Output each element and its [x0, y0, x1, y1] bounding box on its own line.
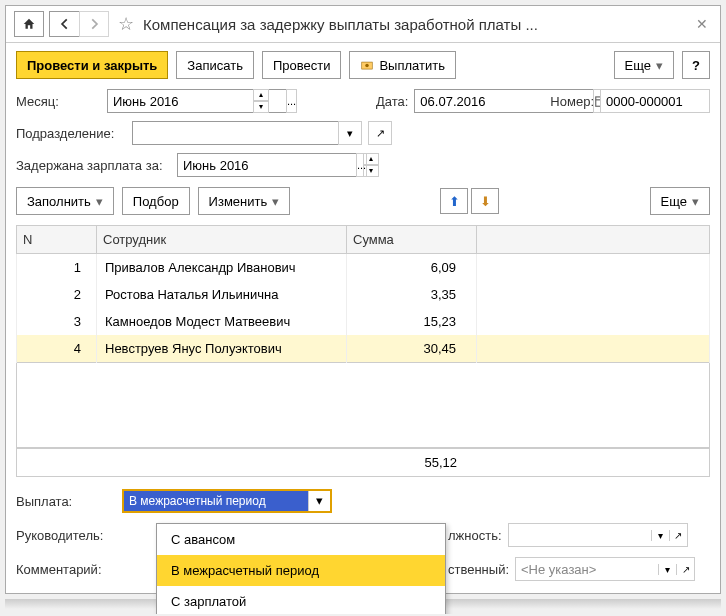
division-label: Подразделение:: [16, 126, 126, 141]
move-down-button[interactable]: ⬇: [471, 188, 499, 214]
table-more-button[interactable]: Еще: [650, 187, 710, 215]
responsible-label: ственный:: [448, 562, 509, 577]
svg-point-1: [366, 64, 370, 68]
division-dropdown[interactable]: ▾: [338, 121, 362, 145]
open-icon[interactable]: ↗: [669, 530, 687, 541]
open-icon[interactable]: ↗: [676, 564, 694, 575]
division-input[interactable]: [132, 121, 338, 145]
month-up[interactable]: ▴: [253, 89, 269, 101]
more-button[interactable]: Еще: [614, 51, 674, 79]
col-n[interactable]: N: [17, 226, 97, 254]
table-empty-area[interactable]: [16, 363, 710, 448]
payment-label: Выплата:: [16, 494, 116, 509]
position-input[interactable]: ▾ ↗: [508, 523, 688, 547]
month-down[interactable]: ▾: [253, 101, 269, 113]
total-value: 55,12: [347, 455, 477, 470]
payment-option-salary[interactable]: С зарплатой: [157, 586, 445, 614]
position-label: лжность:: [448, 528, 502, 543]
back-button[interactable]: [49, 11, 79, 37]
arrow-right-icon: [87, 17, 101, 31]
col-sum[interactable]: Сумма: [347, 226, 477, 254]
table-row[interactable]: 1 Привалов Александр Иванович 6,09: [17, 254, 710, 282]
payment-menu: С авансом В межрасчетный период С зарпла…: [156, 523, 446, 614]
favorite-icon[interactable]: ☆: [114, 13, 138, 35]
page-title: Компенсация за задержку выплаты заработн…: [143, 16, 687, 33]
delayed-down[interactable]: ▾: [363, 165, 379, 177]
month-picker-button[interactable]: ...: [286, 89, 297, 113]
number-label: Номер:: [550, 94, 594, 109]
help-button[interactable]: ?: [682, 51, 710, 79]
post-button[interactable]: Провести: [262, 51, 342, 79]
save-button[interactable]: Записать: [176, 51, 254, 79]
table-row[interactable]: 2 Ростова Наталья Ильинична 3,35: [17, 281, 710, 308]
payment-dropdown[interactable]: ▾: [122, 489, 332, 513]
edit-button[interactable]: Изменить: [198, 187, 291, 215]
arrow-left-icon: [58, 17, 72, 31]
delayed-label: Задержана зарплата за:: [16, 158, 171, 173]
close-icon[interactable]: ✕: [692, 16, 712, 32]
delayed-input[interactable]: [177, 153, 356, 177]
division-open[interactable]: ↗: [368, 121, 392, 145]
home-button[interactable]: [14, 11, 44, 37]
money-icon: [360, 58, 374, 72]
table-row[interactable]: 4 Невструев Янус Полуэктович 30,45: [17, 335, 710, 363]
home-icon: [22, 17, 36, 31]
total-row: 55,12: [16, 448, 710, 477]
forward-button: [79, 11, 109, 37]
employees-table: N Сотрудник Сумма 1 Привалов Александр И…: [16, 225, 710, 363]
delayed-up[interactable]: ▴: [363, 153, 379, 165]
date-label: Дата:: [376, 94, 408, 109]
move-up-button[interactable]: ⬆: [440, 188, 468, 214]
fill-button[interactable]: Заполнить: [16, 187, 114, 215]
chevron-down-icon[interactable]: ▾: [658, 564, 676, 575]
select-button[interactable]: Подбор: [122, 187, 190, 215]
number-input[interactable]: [600, 89, 710, 113]
month-label: Месяц:: [16, 94, 101, 109]
pay-button[interactable]: Выплатить: [349, 51, 456, 79]
col-employee[interactable]: Сотрудник: [97, 226, 347, 254]
head-label: Руководитель:: [16, 528, 116, 543]
table-row[interactable]: 3 Камноедов Модест Матвеевич 15,23: [17, 308, 710, 335]
payment-option-interim[interactable]: В межрасчетный период: [157, 555, 445, 586]
comment-label: Комментарий:: [16, 562, 116, 577]
chevron-down-icon[interactable]: ▾: [651, 530, 669, 541]
post-and-close-button[interactable]: Провести и закрыть: [16, 51, 168, 79]
chevron-down-icon[interactable]: ▾: [308, 491, 330, 511]
responsible-input[interactable]: <Не указан> ▾ ↗: [515, 557, 695, 581]
payment-option-advance[interactable]: С авансом: [157, 524, 445, 555]
